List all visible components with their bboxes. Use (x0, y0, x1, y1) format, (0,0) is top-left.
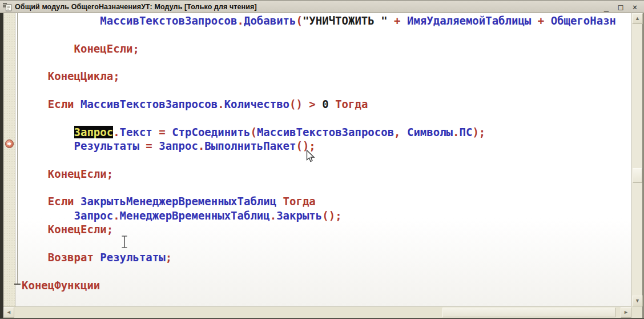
scrollbar-corner (631, 306, 642, 318)
code-line: КонецЕсли; (22, 167, 631, 181)
close-button[interactable]: ✕ (630, 2, 639, 11)
mouse-cursor-arrow-icon (306, 150, 316, 163)
title-bar[interactable]: Общий модуль ОбщегоНазначенияУТ: Модуль … (0, 1, 644, 13)
scroll-left-button[interactable]: ◄ (3, 307, 14, 318)
code-line: КонецЕсли; (22, 42, 631, 55)
code-line: МассивТекстовЗапросов.Добавить("УНИЧТОЖИ… (22, 14, 631, 27)
code-line: КонецФункции (22, 278, 631, 292)
code-line (22, 264, 631, 278)
horizontal-scrollbar[interactable]: ◄ ► (3, 306, 631, 318)
minimize-button[interactable]: _ (602, 2, 611, 11)
module-document-icon (2, 2, 12, 11)
code-lines: МассивТекстовЗапросов.Добавить("УНИЧТОЖИ… (15, 14, 631, 292)
scroll-right-button[interactable]: ► (621, 307, 631, 318)
current-statement-marker-icon (5, 139, 14, 148)
i-beam-cursor-icon (120, 235, 128, 249)
scroll-up-button[interactable]: ▲ (632, 13, 643, 24)
code-line: КонецЕсли; (22, 222, 631, 236)
code-line (22, 181, 631, 194)
code-line: Запрос.Текст = СтрСоединить(МассивТексто… (22, 125, 631, 139)
code-area[interactable]: МассивТекстовЗапросов.Добавить("УНИЧТОЖИ… (15, 13, 631, 306)
horizontal-scroll-thumb[interactable] (442, 308, 615, 317)
scroll-down-button[interactable]: ▼ (632, 296, 643, 306)
editor-gutter[interactable] (3, 13, 15, 306)
window-controls: _ □ ✕ (602, 1, 639, 13)
code-line (22, 153, 631, 166)
module-editor-window: Общий модуль ОбщегоНазначенияУТ: Модуль … (0, 0, 644, 319)
fold-guide-line (17, 13, 18, 284)
window-title: Общий модуль ОбщегоНазначенияУТ: Модуль … (15, 3, 257, 11)
code-line: Возврат Результаты; (22, 250, 631, 264)
code-line (22, 83, 631, 97)
code-line: Если ЗакрытьМенеджерВременныхТаблиц Тогд… (22, 194, 631, 208)
code-line: Если МассивТекстовЗапросов.Количество() … (22, 97, 631, 111)
fold-collapse-marker[interactable] (14, 284, 21, 285)
code-line: Результаты = Запрос.ВыполнитьПакет(); (22, 139, 631, 153)
vertical-scrollbar[interactable]: ▲ ▼ (631, 13, 642, 306)
code-line: Запрос.МенеджерВременныхТаблиц.Закрыть()… (22, 209, 631, 222)
code-line (22, 55, 631, 69)
code-line (22, 237, 631, 250)
maximize-button[interactable]: □ (616, 2, 625, 11)
vertical-scroll-thumb[interactable] (633, 168, 642, 183)
code-line (22, 111, 631, 125)
code-line (22, 27, 631, 41)
code-line: КонецЦикла; (22, 69, 631, 83)
